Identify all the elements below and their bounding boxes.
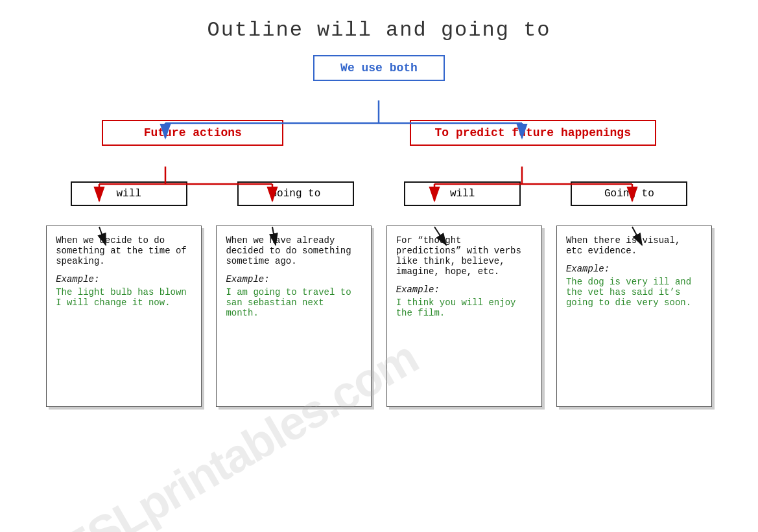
category-row: Future actions To predict future happeni… <box>26 120 732 146</box>
detail-card-2-body: When we have already decided to do somet… <box>226 235 351 266</box>
page-title: Outline will and going to <box>0 0 758 55</box>
detail-card-1: When we decide to do something at the ti… <box>46 226 202 407</box>
detail-card-2-example-label: Example: <box>226 274 362 284</box>
category-predict: To predict future happenings <box>410 120 656 146</box>
sub-will-2: will <box>404 181 521 206</box>
diagram-container: We use both Future actions To predict fu… <box>0 55 758 407</box>
detail-card-4-body: When there is visual, etc evidence. <box>566 235 680 256</box>
connector-space-3 <box>26 206 732 226</box>
detail-card-2: When we have already decided to do somet… <box>216 226 372 407</box>
sub-will-1: will <box>71 181 187 206</box>
detail-card-3-body: For “thought predictions” with verbs lik… <box>396 235 521 277</box>
sub-going-to-1: Going to <box>237 181 354 206</box>
category-future-actions: Future actions <box>102 120 283 146</box>
connector-space-2 <box>26 146 732 181</box>
detail-card-4-example-label: Example: <box>566 264 702 274</box>
detail-card-3: For “thought predictions” with verbs lik… <box>386 226 542 407</box>
top-box: We use both <box>313 55 445 81</box>
top-box-wrapper: We use both <box>26 55 732 81</box>
detail-card-4: When there is visual, etc evidence. Exam… <box>556 226 712 407</box>
detail-card-3-example-text: I think you will enjoy the film. <box>396 297 532 318</box>
connector-space-1 <box>26 81 732 120</box>
detail-card-3-example-label: Example: <box>396 284 532 295</box>
detail-card-1-example-label: Example: <box>56 274 192 284</box>
detail-card-2-example-text: I am going to travel to san sebastian ne… <box>226 287 362 318</box>
sub-row: will Going to will Going to <box>26 181 732 206</box>
detail-card-4-example-text: The dog is very ill and the vet has said… <box>566 277 702 308</box>
detail-card-1-example-text: The light bulb has blown I will change i… <box>56 287 192 308</box>
detail-card-1-body: When we decide to do something at the ti… <box>56 235 187 266</box>
detail-row: When we decide to do something at the ti… <box>26 226 732 407</box>
sub-going-to-2: Going to <box>571 181 687 206</box>
